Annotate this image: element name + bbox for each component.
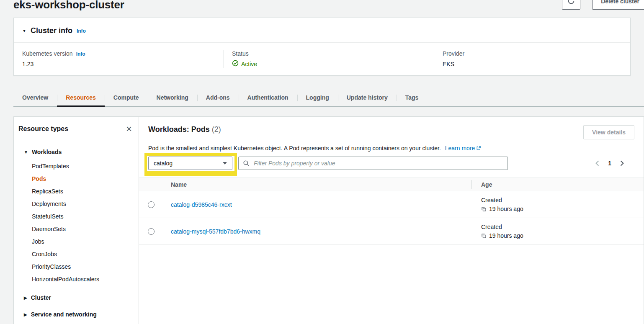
row-radio-button[interactable] [148, 201, 155, 208]
name-column-header: Name [164, 178, 471, 191]
status-label: Status [232, 50, 249, 57]
tab-logging[interactable]: Logging [297, 88, 338, 107]
provider-field: Provider EKS [434, 50, 630, 68]
pods-filter-controls: catalog [148, 157, 634, 170]
pods-title-text: Workloads: Pods [148, 125, 210, 134]
kubernetes-version-field: Kubernetes version Info 1.23 [14, 50, 223, 68]
sidebar-group-workloads: ▼ Workloads PodTemplates Pods ReplicaSet… [14, 147, 139, 285]
kubernetes-version-label: Kubernetes version [22, 50, 73, 57]
sidebar-groups: ▼ Workloads PodTemplates Pods ReplicaSet… [14, 147, 139, 319]
sidebar-group-cluster-label: Cluster [31, 294, 51, 301]
row-radio-button[interactable] [148, 228, 155, 235]
sidebar-item-deployments[interactable]: Deployments [14, 198, 139, 210]
age-column-header: Age [471, 178, 644, 191]
sidebar-item-jobs[interactable]: Jobs [14, 235, 139, 248]
tab-update-history[interactable]: Update history [338, 88, 397, 107]
tab-authentication[interactable]: Authentication [239, 88, 297, 107]
status-badge: Active [232, 60, 434, 68]
sidebar-group-service-and-networking: ▶ Service and networking [14, 310, 139, 319]
sidebar-item-podtemplates[interactable]: PodTemplates [14, 160, 139, 172]
page-header: eks-workshop-cluster Delete cluster [0, 0, 644, 10]
sidebar-group-cluster-header[interactable]: ▶ Cluster [14, 293, 139, 302]
resources-panel: Resource types × ▼ Workloads PodTemplate… [13, 116, 644, 324]
table-row: catalog-mysql-557fdb7bd6-hwxmq Created 1… [139, 218, 644, 245]
sidebar-item-horizontalpodautoscalers[interactable]: HorizontalPodAutoscalers [14, 273, 139, 285]
cluster-info-body: Kubernetes version Info 1.23 Status [14, 43, 630, 75]
status-field: Status Active [223, 50, 434, 68]
resource-types-sidebar: Resource types × ▼ Workloads PodTemplate… [14, 117, 139, 324]
tab-add-ons[interactable]: Add-ons [197, 88, 239, 107]
sidebar-group-service-and-networking-header[interactable]: ▶ Service and networking [14, 310, 139, 319]
pods-table-header: Name Age [139, 177, 644, 191]
tab-overview[interactable]: Overview [13, 88, 57, 107]
copy-icon[interactable] [481, 206, 487, 212]
age-cell: Created 19 hours ago [481, 224, 644, 239]
pagination: 1 [595, 160, 634, 167]
collapse-caret-icon[interactable]: ▼ [22, 28, 26, 33]
pods-count: (2) [212, 125, 221, 134]
tab-resources[interactable]: Resources [57, 88, 105, 107]
age-created-label: Created [481, 224, 644, 230]
cluster-tabs: Overview Resources Compute Networking Ad… [13, 88, 644, 107]
sidebar-item-cronjobs[interactable]: CronJobs [14, 248, 139, 260]
eks-cluster-page: eks-workshop-cluster Delete cluster ▼ Cl… [0, 0, 644, 324]
delete-cluster-button[interactable]: Delete cluster [592, 0, 644, 10]
learn-more-label: Learn more [445, 145, 475, 152]
workloads-items: PodTemplates Pods ReplicaSets Deployment… [14, 160, 139, 285]
pod-name-link[interactable]: catalog-d5985c46-rxcxt [171, 201, 232, 208]
age-value: 19 hours ago [489, 232, 523, 239]
caret-right-icon: ▶ [24, 296, 27, 300]
chevron-down-icon [223, 162, 227, 165]
search-icon [243, 160, 250, 168]
pods-description-text: Pod is the smallest and simplest Kuberne… [148, 145, 441, 152]
sidebar-item-priorityclasses[interactable]: PriorityClasses [14, 260, 139, 273]
sidebar-title: Resource types [18, 125, 68, 133]
learn-more-link[interactable]: Learn more [445, 145, 482, 152]
pods-header: Workloads: Pods (2) View details [139, 117, 644, 139]
age-cell: Created 19 hours ago [481, 197, 644, 212]
tab-compute[interactable]: Compute [105, 88, 148, 107]
pods-description: Pod is the smallest and simplest Kuberne… [139, 139, 644, 152]
external-link-icon [476, 145, 481, 152]
pods-filter-input[interactable] [238, 157, 508, 170]
header-actions: Delete cluster [562, 0, 644, 10]
pod-name-link[interactable]: catalog-mysql-557fdb7bd6-hwxmq [171, 228, 260, 235]
status-active-check-icon [232, 60, 239, 68]
kubernetes-version-value: 1.23 [22, 61, 223, 67]
age-created-label: Created [481, 197, 644, 203]
page-title: eks-workshop-cluster [13, 0, 631, 10]
sidebar-item-statefulsets[interactable]: StatefulSets [14, 210, 139, 223]
cluster-info-info-link[interactable]: Info [77, 28, 86, 34]
namespace-filter-value: catalog [154, 160, 173, 167]
pods-search [238, 157, 508, 170]
pods-title: Workloads: Pods (2) [148, 125, 221, 134]
pods-main-panel: Workloads: Pods (2) View details Pod is … [139, 117, 644, 324]
next-page-icon[interactable] [620, 160, 624, 166]
provider-label: Provider [443, 50, 464, 57]
tab-tags[interactable]: Tags [397, 88, 428, 107]
provider-value: EKS [443, 61, 630, 67]
previous-page-icon[interactable] [595, 160, 600, 166]
status-value: Active [241, 61, 257, 67]
sidebar-group-service-and-networking-label: Service and networking [31, 311, 97, 318]
sidebar-group-workloads-header[interactable]: ▼ Workloads [14, 147, 139, 157]
copy-icon[interactable] [481, 233, 487, 239]
sidebar-item-daemonsets[interactable]: DaemonSets [14, 223, 139, 235]
cluster-info-title: Cluster info [31, 26, 72, 35]
namespace-filter-dropdown[interactable]: catalog [148, 157, 232, 170]
pods-table: Name Age catalog-d5985c46-rxcxt Created [139, 177, 644, 245]
sidebar-group-cluster: ▶ Cluster [14, 293, 139, 302]
refresh-button[interactable] [562, 0, 580, 10]
table-row: catalog-d5985c46-rxcxt Created 19 hours … [139, 191, 644, 218]
kubernetes-version-info-link[interactable]: Info [76, 51, 85, 57]
current-page-number[interactable]: 1 [608, 160, 611, 167]
tab-networking[interactable]: Networking [148, 88, 197, 107]
sidebar-header: Resource types × [14, 125, 139, 133]
sidebar-item-pods[interactable]: Pods [14, 172, 139, 185]
view-details-button[interactable]: View details [583, 125, 634, 139]
age-value: 19 hours ago [489, 206, 523, 212]
sidebar-group-workloads-label: Workloads [32, 149, 62, 155]
cluster-info-section: ▼ Cluster info Info Kubernetes version I… [13, 18, 631, 76]
close-icon[interactable]: × [124, 125, 134, 133]
sidebar-item-replicasets[interactable]: ReplicaSets [14, 185, 139, 198]
